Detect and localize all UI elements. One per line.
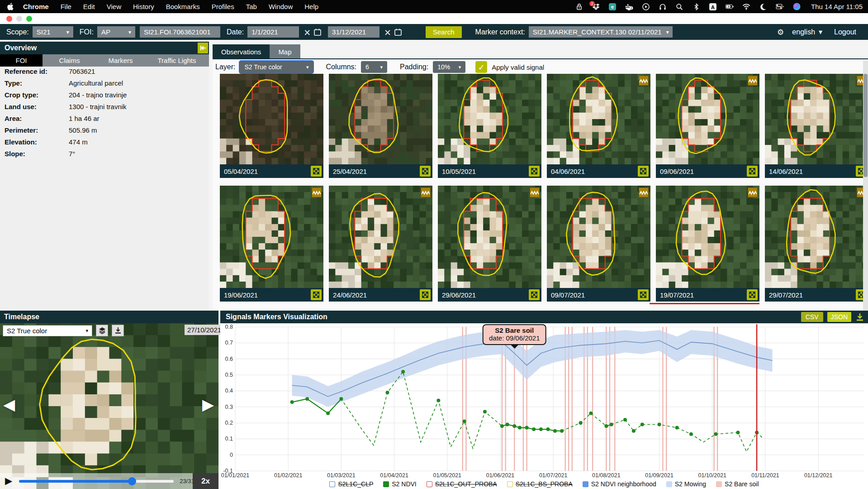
collapse-panel-button[interactable]	[198, 43, 208, 53]
overview-tab-traffic-lights[interactable]: Traffic Lights	[145, 54, 209, 67]
observation-tile[interactable]: 05/04/2021	[220, 74, 323, 178]
observation-tile[interactable]: 25/04/2021	[329, 74, 432, 178]
battery-icon[interactable]	[726, 3, 734, 11]
wifi-icon[interactable]	[742, 3, 750, 11]
menu-item-help[interactable]: Help	[299, 3, 324, 10]
overview-tab-markers[interactable]: Markers	[96, 54, 145, 67]
menu-item-view[interactable]: View	[101, 3, 127, 10]
control-center-icon[interactable]	[776, 3, 784, 11]
previous-frame-button[interactable]: ◀	[3, 397, 15, 412]
observation-tile[interactable]: 04/06/2021	[547, 74, 650, 178]
next-frame-button[interactable]: ▶	[202, 397, 214, 412]
padding-select[interactable]: 10%▾	[433, 61, 465, 73]
window-zoom-button[interactable]	[26, 16, 32, 22]
legend-item-s2-mowing[interactable]: S2 Mowing	[666, 480, 706, 488]
play-circle-icon[interactable]	[642, 3, 650, 11]
observation-tile[interactable]: 10/05/2021	[438, 74, 541, 178]
download-frame-icon[interactable]	[112, 325, 124, 336]
foi-type-select[interactable]: AP▾	[97, 26, 135, 38]
signals-chart[interactable]: 0.80.70.60.50.40.30.20.10-0.101/01/20210…	[220, 323, 868, 479]
expand-tile-button[interactable]	[638, 289, 649, 300]
menu-item-edit[interactable]: Edit	[77, 3, 101, 10]
expand-tile-button[interactable]	[529, 166, 540, 177]
expand-tile-button[interactable]	[747, 289, 758, 300]
calendar-from-icon[interactable]	[313, 28, 322, 36]
legend-item-s2-ndvi[interactable]: S2 NDVI	[383, 480, 416, 488]
marker-context-select[interactable]: SI21.MARKER_CONTEXT.130 02/11/2021▾	[529, 26, 673, 38]
menu-item-history[interactable]: History	[127, 3, 160, 10]
menu-item-window[interactable]: Window	[263, 3, 299, 10]
docker-icon[interactable]: !	[625, 3, 633, 11]
scrollbar-thumb[interactable]	[863, 74, 868, 177]
language-select[interactable]: english▾	[792, 28, 822, 36]
tab-observations[interactable]: Observations	[213, 44, 270, 59]
overview-tab-foi[interactable]: FOI	[0, 54, 43, 67]
date-from-field[interactable]: 1/1/2021	[247, 26, 299, 38]
evernote-icon[interactable]: e	[608, 3, 617, 11]
clear-date-to-icon[interactable]: ×	[384, 27, 391, 37]
expand-tile-button[interactable]	[420, 166, 431, 177]
download-icon[interactable]	[855, 312, 864, 321]
apply-valid-signal-checkbox[interactable]: ✓	[475, 61, 487, 73]
legend-item-s2l1c-out-proba[interactable]: S2L1C_OUT_PROBA	[427, 480, 497, 488]
search-icon[interactable]	[675, 3, 683, 11]
legend-item-s2-bare-soil[interactable]: S2 Bare soil	[716, 480, 759, 488]
expand-tile-button[interactable]	[638, 166, 649, 177]
observation-tile[interactable]: 24/06/2021	[329, 186, 432, 302]
headphones-icon[interactable]	[659, 3, 667, 11]
overview-tab-claims[interactable]: Claims	[43, 54, 96, 67]
observation-tile[interactable]: 19/06/2021	[220, 186, 323, 302]
window-close-button[interactable]	[6, 16, 12, 22]
calendar-to-icon[interactable]	[394, 28, 402, 36]
legend-item-s2l1c-clp[interactable]: S2L1C_CLP	[329, 480, 373, 488]
playback-speed-button[interactable]: 2x	[193, 473, 218, 489]
slider-thumb[interactable]	[128, 477, 136, 485]
apple-logo-icon[interactable]	[4, 3, 17, 10]
observation-tile[interactable]: 19/07/2021	[656, 186, 759, 302]
menu-item-tab[interactable]: Tab	[240, 3, 263, 10]
window-minimize-button[interactable]	[16, 16, 22, 22]
moon-icon[interactable]	[759, 3, 767, 11]
tab-map[interactable]: Map	[270, 44, 300, 59]
scope-select[interactable]: SI21▾	[33, 26, 73, 38]
columns-select[interactable]: 6▾	[361, 61, 387, 73]
tile-date-bar: 29/07/2021	[765, 288, 868, 302]
legend-item-s2-ndvi-neighborhood[interactable]: S2 NDVI neighborhood	[583, 480, 656, 488]
settings-gear-icon[interactable]: ⚙	[777, 28, 784, 37]
overview-fields: Reference id:7063621Type:Agricultural pa…	[0, 65, 209, 159]
input-source-icon[interactable]: A	[709, 3, 717, 11]
json-export-button[interactable]: JSON	[827, 312, 851, 322]
observation-tile[interactable]: 09/06/2021	[656, 74, 759, 178]
observation-tile[interactable]: 09/07/2021	[547, 186, 650, 302]
bluetooth-icon[interactable]	[692, 3, 700, 11]
date-to-field[interactable]: 31/12/2021	[328, 26, 379, 38]
csv-export-button[interactable]: CSV	[801, 312, 823, 322]
expand-tile-button[interactable]	[311, 166, 322, 177]
timelapse-slider[interactable]	[19, 480, 174, 483]
expand-tile-button[interactable]	[747, 166, 758, 177]
play-button[interactable]: ▶	[5, 476, 12, 486]
dropbox-icon[interactable]: 2	[592, 3, 600, 11]
clear-date-from-icon[interactable]: ×	[304, 27, 311, 37]
menu-item-bookmarks[interactable]: Bookmarks	[160, 3, 206, 10]
menu-item-chrome[interactable]: Chrome	[17, 3, 55, 10]
search-button[interactable]: Search	[426, 26, 462, 38]
observation-tile[interactable]: 14/06/2021	[765, 74, 868, 178]
logout-button[interactable]: Logout	[834, 28, 856, 36]
expand-tile-button[interactable]	[529, 289, 540, 300]
siri-icon[interactable]	[792, 3, 801, 11]
menu-item-file[interactable]: File	[55, 3, 77, 10]
lock-icon[interactable]	[575, 3, 583, 11]
layers-icon[interactable]	[96, 325, 108, 336]
expand-tile-button[interactable]	[420, 289, 431, 300]
expand-tile-button[interactable]	[311, 289, 322, 300]
observation-tile[interactable]: 29/07/2021	[765, 186, 868, 302]
timelapse-layer-select[interactable]: S2 True color▾	[3, 325, 92, 336]
legend-item-s2l1c-bs-proba[interactable]: S2L1C_BS_PROBA	[507, 480, 573, 488]
satellite-image	[656, 186, 759, 288]
legend-label: S2 Mowing	[675, 480, 706, 488]
observation-tile[interactable]: 29/06/2021	[438, 186, 541, 302]
foi-id-field[interactable]: SI21.FOI.7063621001	[140, 26, 220, 38]
layer-select[interactable]: S2 True color▾	[240, 61, 313, 73]
menu-item-profiles[interactable]: Profiles	[206, 3, 240, 10]
